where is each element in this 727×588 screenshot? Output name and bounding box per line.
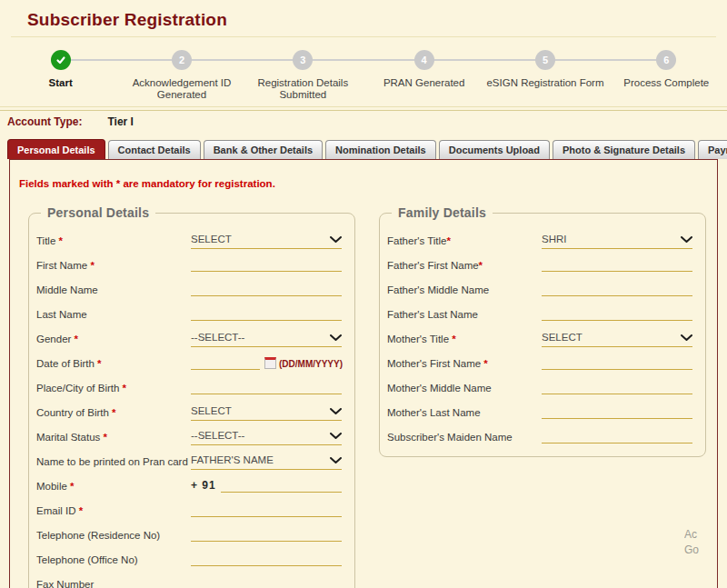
tab-personal-details[interactable]: Personal Details (7, 139, 105, 159)
tab-bank-other-details[interactable]: Bank & Other Details (204, 140, 323, 159)
tab-nomination-details[interactable]: Nomination Details (325, 140, 436, 159)
personal-details-group: Personal Details Title *SELECTFirst Name… (28, 213, 355, 588)
form-row-telephone-office-no: Telephone (Office No) (36, 547, 342, 572)
required-asterisk: * (87, 260, 95, 271)
form-row-title: Title *SELECT (36, 228, 342, 253)
form-row-mobile: Mobile *+ 91 (36, 473, 342, 498)
tab-documents-upload[interactable]: Documents Upload (439, 140, 550, 159)
form-row-father-s-last-name: Father's Last Name (387, 302, 692, 326)
middle-name-input[interactable] (191, 283, 342, 296)
gender-select[interactable]: --SELECT-- (191, 331, 342, 347)
place-city-of-birth-control (191, 381, 342, 394)
form-row-mother-s-first-name: Mother's First Name * (387, 351, 692, 375)
last-name-label-text: Last Name (36, 309, 87, 320)
tab-contact-details[interactable]: Contact Details (108, 140, 201, 159)
telephone-office-no-label-text: Telephone (Office No) (36, 554, 138, 565)
form-row-date-of-birth: Date of Birth *(DD/MM/YYYY) (36, 351, 342, 375)
country-of-birth-selected-value: SELECT (191, 405, 232, 416)
father-s-middle-name-label: Father's Middle Name (387, 284, 542, 295)
mother-s-last-name-label-text: Mother's Last Name (387, 407, 481, 418)
required-asterisk: * (446, 235, 450, 246)
step-number-badge: 6 (656, 50, 676, 70)
name-to-be-printed-on-pran-card-select[interactable]: FATHER'S NAME (191, 453, 342, 470)
country-of-birth-select[interactable]: SELECT (191, 404, 342, 421)
calendar-icon[interactable] (264, 357, 276, 369)
subscriber-s-maiden-name-label-text: Subscriber's Maiden Name (387, 432, 513, 443)
date-of-birth-input[interactable] (191, 356, 260, 370)
step-label: Registration Details Submitted (257, 77, 348, 101)
step-label: Start (49, 77, 73, 89)
step-number-badge: 3 (293, 50, 313, 70)
account-type-row: Account Type: Tier I (0, 111, 727, 134)
email-id-input[interactable] (191, 503, 342, 517)
progress-step-6: 6Process Complete (606, 50, 727, 106)
form-row-father-s-middle-name: Father's Middle Name (387, 277, 692, 302)
middle-name-label: Middle Name (36, 284, 191, 295)
father-s-title-select[interactable]: SHRI (542, 233, 692, 249)
country-of-birth-label-text: Country of Birth (36, 407, 109, 418)
middle-name-control (191, 283, 342, 296)
required-asterisk: * (449, 334, 456, 344)
first-name-input[interactable] (191, 258, 342, 272)
mobile-input[interactable] (221, 479, 342, 493)
country-of-birth-control: SELECT (191, 404, 342, 421)
date-of-birth-label: Date of Birth * (36, 358, 191, 369)
place-city-of-birth-input[interactable] (191, 381, 342, 394)
mother-s-first-name-control (542, 356, 692, 370)
progress-step-3: 3Registration Details Submitted (243, 50, 364, 106)
father-s-middle-name-label-text: Father's Middle Name (387, 284, 489, 295)
country-code-prefix: + 91 (191, 479, 216, 492)
tab-photo-signature-details[interactable]: Photo & Signature Details (553, 140, 695, 159)
date-of-birth-format-hint: (DD/MM/YYYY) (279, 359, 343, 369)
account-type-label: Account Type: (7, 115, 82, 128)
mother-s-last-name-input[interactable] (542, 405, 692, 419)
fax-number-label-text: Fax Number (36, 579, 94, 588)
mother-s-middle-name-label-text: Mother's Middle Name (387, 383, 492, 394)
step-number-badge: 4 (414, 50, 434, 70)
father-s-last-name-input[interactable] (542, 307, 692, 321)
mother-s-middle-name-control (542, 381, 692, 394)
family-details-legend: Family Details (392, 205, 493, 220)
mother-s-title-selected-value: SELECT (542, 332, 583, 343)
subscriber-s-maiden-name-label: Subscriber's Maiden Name (387, 432, 542, 443)
telephone-office-no-input[interactable] (191, 553, 342, 566)
family-details-rows: Father's Title*SHRIFather's First Name*F… (380, 214, 705, 456)
title-select[interactable]: SELECT (191, 233, 342, 249)
mother-s-title-select[interactable]: SELECT (542, 331, 692, 347)
date-of-birth-control: (DD/MM/YYYY) (191, 356, 342, 370)
tab-payment-details[interactable]: Payment Details (698, 140, 727, 159)
chevron-down-icon (330, 457, 342, 463)
marital-status-select[interactable]: --SELECT-- (191, 429, 342, 445)
step-number-badge: 5 (535, 50, 555, 70)
step-label: PRAN Generated (383, 77, 465, 89)
form-row-mother-s-title: Mother's Title *SELECT (387, 326, 692, 351)
telephone-residence-no-input[interactable] (191, 528, 342, 542)
telephone-office-no-control (191, 553, 342, 566)
middle-name-label-text: Middle Name (36, 284, 98, 295)
subscriber-s-maiden-name-control (542, 430, 692, 443)
email-id-control (191, 503, 342, 517)
mother-s-first-name-input[interactable] (542, 356, 692, 370)
required-asterisk: * (71, 334, 78, 344)
fax-number-control (191, 577, 342, 588)
fax-number-label: Fax Number (36, 579, 191, 588)
father-s-first-name-input[interactable] (542, 258, 692, 272)
step-label: Acknowledgement ID Generated (133, 77, 232, 101)
required-asterisk: * (75, 505, 83, 516)
father-s-title-label-text: Father's Title (387, 235, 446, 246)
father-s-first-name-label: Father's First Name* (387, 260, 542, 271)
father-s-first-name-control (542, 258, 692, 272)
father-s-middle-name-input[interactable] (542, 283, 692, 296)
title-label: Title * (36, 235, 191, 246)
mother-s-title-label: Mother's Title * (387, 334, 542, 344)
progress-step-5: 5eSIGN Registration Form (484, 50, 605, 106)
name-to-be-printed-on-pran-card-control: FATHER'S NAME (191, 453, 342, 470)
mandatory-note: Fields marked with * are mandatory for r… (19, 178, 717, 189)
subscriber-s-maiden-name-input[interactable] (542, 430, 692, 443)
last-name-input[interactable] (191, 307, 342, 321)
fax-number-input[interactable] (191, 577, 342, 588)
last-name-control (191, 307, 342, 321)
father-s-title-control: SHRI (542, 233, 692, 249)
email-id-label: Email ID * (36, 505, 191, 516)
mother-s-middle-name-input[interactable] (542, 381, 692, 394)
